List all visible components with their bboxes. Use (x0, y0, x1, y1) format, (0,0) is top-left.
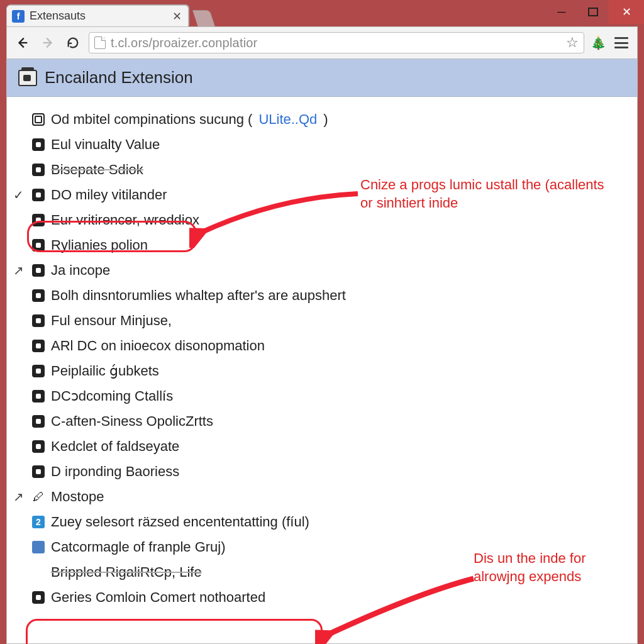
annotation-text-2: Dis un the inde for alrowjng expends (474, 550, 631, 586)
item-prefix-mark: ↗ (13, 263, 24, 278)
menu-button[interactable] (612, 33, 631, 52)
item-label: DCɔdcoming Ctallís (51, 388, 173, 404)
item-link[interactable]: ULite..Qd (258, 111, 317, 128)
item-label: Peiplailic ǵubkets (51, 363, 159, 379)
settings-item[interactable]: 2Zuey selesort räzsed encententatting (f… (32, 509, 631, 535)
item-label: Bisepate Sdiok (51, 162, 143, 178)
browser-tab[interactable]: f Extensauts ✕ (6, 5, 189, 26)
bookmark-star-icon[interactable]: ☆ (566, 35, 579, 51)
settings-item[interactable]: Bolh dinsntorumlies whaltep after's are … (32, 283, 631, 308)
checkbox-outline-icon (32, 113, 45, 126)
item-label: Zuey selesort räzsed encententatting (fí… (51, 514, 309, 530)
forward-button[interactable] (38, 33, 57, 52)
checkbox-filled-icon (32, 390, 45, 402)
item-label: Mostope (51, 489, 104, 505)
window-minimize-button[interactable]: ─ (546, 0, 577, 24)
checkbox-filled-icon (32, 340, 45, 352)
settings-item[interactable]: Ful ensour Minjuse, (32, 308, 631, 333)
checkbox-filled-icon (32, 289, 45, 302)
page-content: Encailand Extension Od mbitel compinatio… (6, 59, 638, 644)
settings-item[interactable]: Kedclet of faldseyate (32, 434, 631, 459)
item-label: DO miley vitilander (51, 187, 167, 203)
settings-item[interactable]: ↗🖊Mostope (32, 484, 631, 509)
settings-item[interactable]: D irponding Baoriess (32, 459, 631, 484)
item-label: D irponding Baoriess (51, 464, 179, 480)
item-label: Geries Comloin Comert nothoarted (51, 589, 265, 606)
settings-item[interactable]: DCɔdcoming Ctallís (32, 384, 631, 409)
tab-favicon: f (12, 10, 25, 23)
item-label: ARl DC on inioecox disonopmation (51, 338, 265, 354)
browser-toolbar: t.cl.ors/proaizer.conplatior ☆ 🎄 (6, 26, 638, 59)
item-label: Kedclet of faldseyate (51, 438, 179, 455)
checkbox-filled-icon (32, 239, 45, 252)
checkbox-filled-icon (32, 465, 45, 478)
settings-item[interactable]: Peiplailic ǵubkets (32, 358, 631, 384)
blue-square-icon: 2 (32, 516, 45, 528)
checkbox-filled-icon (32, 264, 45, 277)
annotation-highlight-2 (26, 619, 323, 644)
checkbox-filled-icon (32, 138, 45, 151)
page-icon (94, 36, 106, 49)
blue-square-icon (32, 541, 45, 553)
annotation-text-1: Cnize a progs lumic ustall the (acallent… (360, 176, 612, 212)
page-title: Encailand Extension (45, 68, 193, 87)
item-label: Eur vritirencer, wreddiox (51, 212, 199, 228)
tab-strip: f Extensauts ✕ (6, 4, 213, 26)
wand-icon: 🖊 (32, 491, 45, 503)
reload-button[interactable] (64, 33, 82, 52)
extension-header-icon (18, 70, 37, 86)
url-text: t.cl.ors/proaizer.conplatior (111, 36, 561, 50)
address-bar[interactable]: t.cl.ors/proaizer.conplatior ☆ (89, 32, 584, 53)
settings-item[interactable]: ↗Ja incope (32, 258, 631, 283)
page-header: Encailand Extension (7, 59, 637, 97)
svg-rect-0 (589, 8, 597, 16)
checkbox-filled-icon (32, 440, 45, 453)
blank-icon (32, 566, 45, 579)
checkbox-filled-icon (32, 189, 45, 201)
new-tab-button[interactable] (192, 10, 215, 26)
item-label-tail: ) (323, 111, 328, 128)
item-label: Bolh dinsntorumlies whaltep after's are … (51, 287, 346, 304)
item-label: Rylianies polion (51, 237, 148, 253)
item-label: C-aften-Siness OpolicZrtts (51, 413, 213, 430)
extension-icon[interactable]: 🎄 (591, 35, 606, 50)
settings-item[interactable]: ARl DC on inioecox disonopmation (32, 333, 631, 358)
checkbox-filled-icon (32, 415, 45, 428)
tab-close-icon[interactable]: ✕ (172, 9, 182, 23)
item-prefix-mark: ↗ (13, 489, 24, 504)
settings-item[interactable]: Rylianies polion (32, 233, 631, 258)
checkbox-filled-icon (32, 314, 45, 327)
checkbox-filled-icon (32, 164, 45, 176)
settings-item[interactable]: Geries Comloin Comert nothoarted (32, 585, 631, 610)
checkbox-filled-icon (32, 365, 45, 377)
tab-title: Extensauts (30, 9, 167, 23)
window-restore-button[interactable] (577, 0, 609, 24)
item-label: Catcormagle of franple Gruj) (51, 539, 226, 555)
item-prefix-mark: ✓ (13, 187, 24, 203)
item-label: Ful ensour Minjuse, (51, 313, 172, 329)
item-label: Eul vinualty Value (51, 136, 160, 153)
checkbox-filled-icon (32, 591, 45, 604)
hamburger-icon (614, 37, 628, 48)
window-close-button[interactable]: ✕ (609, 0, 644, 24)
back-button[interactable] (13, 33, 32, 52)
settings-item[interactable]: C-aften-Siness OpolicZrtts (32, 409, 631, 434)
settings-list: Od mbitel compinations sucung (ULite..Qd… (7, 97, 637, 616)
settings-item[interactable]: Od mbitel compinations sucung (ULite..Qd… (32, 107, 631, 132)
item-label: Brippled RigaliRtCp, Life (51, 564, 202, 580)
checkbox-filled-icon (32, 214, 45, 226)
item-label: Ja incope (51, 262, 110, 279)
settings-item[interactable]: Eul vinualty Value (32, 132, 631, 157)
item-label: Od mbitel compinations sucung ( (51, 111, 252, 128)
